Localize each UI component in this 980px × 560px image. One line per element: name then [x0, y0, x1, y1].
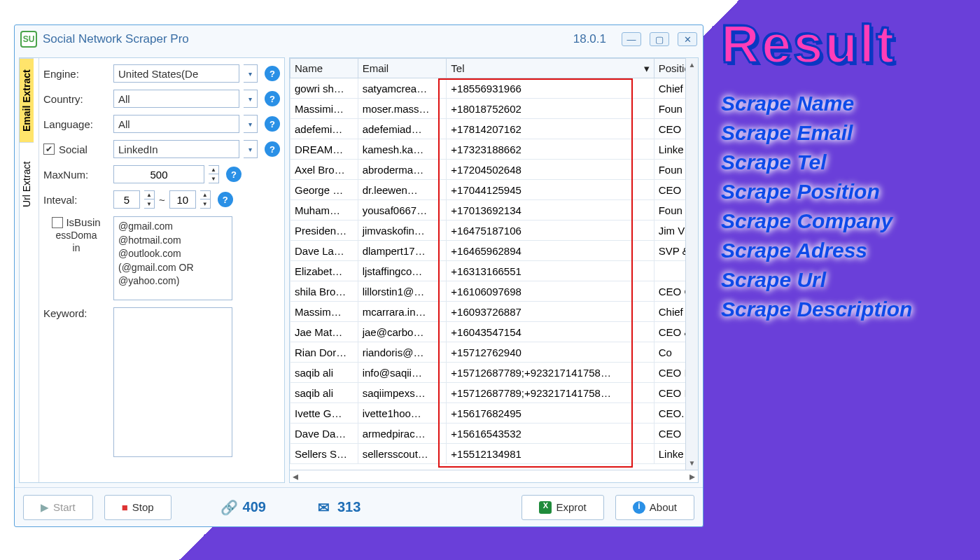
- table-row[interactable]: adefemi…adefemiad…+17814207162CEO: [290, 119, 698, 139]
- country-dropdown-icon[interactable]: ▾: [244, 90, 258, 108]
- tab-url-extract[interactable]: Url Extract: [20, 142, 34, 226]
- cell-name: Sellers S…: [290, 444, 358, 464]
- maxnum-spinner[interactable]: ▲▼: [209, 165, 219, 183]
- start-button[interactable]: ▶ Start: [23, 495, 93, 520]
- cell-tel: +16043547154: [447, 322, 654, 342]
- chevron-down-icon: ▾: [644, 62, 650, 75]
- config-panel: Email Extract Url Extract Engine: United…: [19, 57, 285, 483]
- window-title: Social Network Scraper Pro: [43, 32, 189, 46]
- close-button[interactable]: ✕: [678, 32, 697, 46]
- interval-to-spinner[interactable]: ▲▼: [200, 190, 211, 209]
- play-icon: ▶: [41, 501, 49, 514]
- table-row[interactable]: Massim…mcarrara.in…+16093726887Chief: [290, 302, 698, 322]
- promo-panel: Result Scrape NameScrape EmailScrape Tel…: [721, 18, 966, 327]
- table-row[interactable]: George …dr.leewen…+17044125945CEO: [290, 180, 698, 200]
- maxnum-input[interactable]: [113, 165, 204, 183]
- table-row[interactable]: Rian Dor…riandoris@…+15712762940Co: [290, 342, 698, 363]
- promo-feature: Scrape Email: [721, 121, 966, 145]
- social-checkbox[interactable]: ✔: [43, 144, 55, 155]
- app-window: SU Social Network Scraper Pro 18.0.1 — ▢…: [14, 24, 704, 527]
- results-panel: Name Email Tel▾ Positio gowri sh…satyamc…: [289, 57, 699, 483]
- cell-name: Dave Da…: [290, 424, 358, 444]
- interval-label: Inteval:: [43, 194, 109, 206]
- cell-name: saqib ali: [290, 383, 358, 403]
- keyword-textarea[interactable]: [113, 307, 232, 457]
- interval-from-input[interactable]: [113, 190, 140, 209]
- export-button[interactable]: X Exprot: [522, 495, 603, 520]
- promo-feature: Scrape Name: [721, 92, 966, 115]
- language-help-icon[interactable]: ?: [265, 116, 280, 132]
- cell-tel: +17013692134: [447, 200, 654, 220]
- cell-email: mcarrara.in…: [358, 302, 447, 322]
- cell-email: abroderma…: [358, 160, 447, 180]
- keyword-label: Keyword:: [43, 307, 109, 319]
- isbusiness-checkbox[interactable]: [52, 217, 63, 228]
- cell-name: Presiden…: [290, 220, 358, 241]
- language-dropdown-icon[interactable]: ▾: [244, 115, 258, 133]
- table-row[interactable]: Ivette G…ivette1hoo…+15617682495CEO.: [290, 403, 698, 424]
- horizontal-scrollbar[interactable]: ◂▸: [290, 470, 698, 482]
- engine-help-icon[interactable]: ?: [265, 66, 280, 81]
- mail-icon: ✉: [316, 500, 332, 515]
- country-help-icon[interactable]: ?: [265, 91, 280, 106]
- table-row[interactable]: Axel Bro…abroderma…+17204502648Foun: [290, 160, 698, 180]
- table-row[interactable]: saqib aliinfo@saqii…+15712687789;+923217…: [290, 363, 698, 383]
- isbusiness-label-2: essDoma: [55, 230, 97, 241]
- domains-textarea[interactable]: @gmail.com @hotmail.com @outlook.com (@g…: [113, 216, 232, 300]
- engine-select[interactable]: United States(De: [113, 64, 239, 83]
- cell-tel: +18556931966: [447, 78, 654, 99]
- engine-dropdown-icon[interactable]: ▾: [244, 64, 258, 83]
- social-select[interactable]: LinkedIn: [113, 140, 239, 158]
- col-email[interactable]: Email: [358, 59, 447, 78]
- table-row[interactable]: Dave La…dlampert17…+16465962894SVP &: [290, 241, 698, 261]
- table-row[interactable]: Dave Da…armedpirac…+15616543532CEO: [290, 424, 698, 444]
- action-bar: ▶ Start ■ Stop 🔗 409 ✉ 313 X Exprot i Ab…: [15, 487, 703, 526]
- country-label: Country:: [43, 93, 109, 105]
- table-row[interactable]: DREAM…kamesh.ka…+17323188662Linke: [290, 139, 698, 160]
- tab-email-extract[interactable]: Email Extract: [20, 58, 34, 142]
- minimize-button[interactable]: —: [622, 32, 641, 46]
- social-help-icon[interactable]: ?: [265, 141, 280, 157]
- cell-name: adefemi…: [290, 119, 358, 139]
- social-dropdown-icon[interactable]: ▾: [244, 140, 258, 158]
- table-row[interactable]: Muham…yousaf0667…+17013692134Foun: [290, 200, 698, 220]
- maxnum-label: MaxNum:: [43, 169, 109, 181]
- link-icon: 🔗: [222, 500, 237, 515]
- cell-name: saqib ali: [290, 363, 358, 383]
- cell-tel: +15617682495: [447, 403, 654, 424]
- engine-label: Engine:: [43, 68, 109, 80]
- country-select[interactable]: All: [113, 90, 239, 108]
- promo-feature: Scrape Url: [721, 268, 966, 292]
- table-row[interactable]: Sellers S…sellersscout…+15512134981Linke: [290, 444, 698, 464]
- vertical-scrollbar[interactable]: ▲▼: [685, 58, 698, 470]
- cell-tel: +16465962894: [447, 241, 654, 261]
- titlebar: SU Social Network Scraper Pro 18.0.1 — ▢…: [15, 25, 703, 53]
- emails-count: ✉ 313: [316, 499, 360, 515]
- cell-tel: +17204502648: [447, 160, 654, 180]
- cell-email: saqiimpexs…: [358, 383, 447, 403]
- language-select[interactable]: All: [113, 115, 239, 133]
- cell-email: sellersscout…: [358, 444, 447, 464]
- interval-help-icon[interactable]: ?: [218, 192, 233, 207]
- maxnum-help-icon[interactable]: ?: [226, 167, 241, 182]
- table-row[interactable]: Jae Mat…jae@carbo…+16043547154CEO &: [290, 322, 698, 342]
- maximize-button[interactable]: ▢: [650, 32, 669, 46]
- table-row[interactable]: shila Bro…lillorstin1@…+16106097698CEO C: [290, 281, 698, 302]
- col-name[interactable]: Name: [290, 59, 358, 78]
- interval-to-input[interactable]: [169, 190, 196, 209]
- table-row[interactable]: Presiden…jimvaskofin…+16475187106Jim V: [290, 220, 698, 241]
- results-table: Name Email Tel▾ Positio gowri sh…satyamc…: [290, 58, 698, 464]
- interval-from-spinner[interactable]: ▲▼: [144, 190, 155, 209]
- cell-tel: +15712687789;+923217141758…: [447, 383, 654, 403]
- table-row[interactable]: Elizabet…ljstaffingco…+16313166551: [290, 261, 698, 281]
- info-icon: i: [633, 501, 645, 514]
- cell-email: ivette1hoo…: [358, 403, 447, 424]
- cell-email: info@saqii…: [358, 363, 447, 383]
- stop-button[interactable]: ■ Stop: [104, 495, 172, 520]
- table-row[interactable]: gowri sh…satyamcrea…+18556931966Chief: [290, 78, 698, 99]
- about-button[interactable]: i About: [615, 495, 694, 520]
- cell-name: Massim…: [290, 302, 358, 322]
- table-row[interactable]: Massimi…moser.mass…+18018752602Foun: [290, 99, 698, 119]
- col-tel[interactable]: Tel▾: [447, 59, 654, 78]
- table-row[interactable]: saqib alisaqiimpexs…+15712687789;+923217…: [290, 383, 698, 403]
